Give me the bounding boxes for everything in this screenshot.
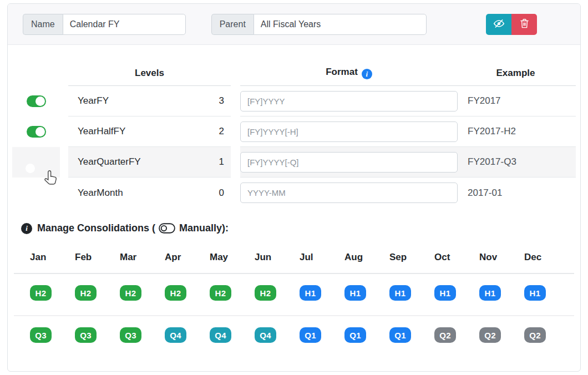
month-label: Feb: [75, 252, 120, 263]
month-label: Sep: [389, 252, 434, 263]
half-year-badge-row: H2 H2 H2 H2 H2 H2 H1 H1 H1 H1 H1 H1: [30, 285, 569, 301]
trash-icon: [520, 18, 529, 31]
half-badge[interactable]: H2: [255, 285, 276, 301]
half-badge[interactable]: H2: [75, 285, 97, 301]
format-info-icon[interactable]: i: [362, 69, 372, 79]
month-label: Nov: [479, 252, 524, 263]
example-value: FY2017-Q3: [458, 156, 516, 168]
name-input[interactable]: [63, 14, 186, 35]
month-label: Mar: [120, 252, 165, 263]
example-value: FY2017: [458, 95, 501, 107]
parent-label: Parent: [211, 14, 254, 35]
example-value: FY2017-H2: [458, 126, 516, 137]
manage-consolidations-heading: i Manage Consolidations ( Manually):: [21, 222, 580, 234]
toggle-off-icon: [159, 223, 175, 234]
half-badge[interactable]: H2: [120, 285, 141, 301]
month-label: Jan: [30, 252, 75, 263]
month-label: Jun: [255, 252, 300, 263]
level-row-yearfy: YearFY 3 FY2017: [12, 86, 576, 116]
quarter-badge[interactable]: Q2: [434, 327, 456, 343]
quarter-badge[interactable]: Q3: [120, 327, 141, 343]
half-badge[interactable]: H2: [165, 285, 186, 301]
divider: [14, 315, 574, 316]
editor-body: Levels Formati Example YearFY 3: [8, 45, 580, 343]
format-input-yearhalffy[interactable]: [240, 121, 458, 142]
quarter-badge[interactable]: Q1: [300, 327, 321, 343]
month-label: Aug: [344, 252, 389, 263]
level-toggle-yearhalffy[interactable]: [27, 126, 46, 138]
quarter-badge[interactable]: Q1: [389, 327, 411, 343]
level-row-yearhalffy: YearHalfFY 2 FY2017-H2: [12, 116, 576, 147]
format-input-yearfy[interactable]: [240, 91, 458, 112]
month-header-row: Jan Feb Mar Apr May Jun Jul Aug Sep Oct …: [30, 252, 569, 263]
parent-input[interactable]: [254, 14, 427, 35]
level-row-yearquarterfy: YearQuarterFY 1 FY2017-Q3: [12, 147, 576, 178]
month-label: Jul: [300, 252, 344, 263]
levels-table-header: Levels Formati Example: [12, 60, 576, 86]
half-badge[interactable]: H1: [300, 285, 321, 301]
quarter-badge[interactable]: Q4: [255, 327, 276, 343]
half-badge[interactable]: H1: [344, 285, 366, 301]
name-input-group: Name: [23, 14, 186, 35]
level-depth: 2: [219, 126, 224, 137]
level-name: YearFY: [78, 95, 219, 107]
level-depth: 3: [219, 95, 224, 107]
levels-column-header: Levels: [68, 60, 231, 86]
level-toggle-yearfy[interactable]: [27, 95, 46, 107]
half-badge[interactable]: H1: [524, 285, 546, 301]
quarter-badge[interactable]: Q1: [344, 327, 366, 343]
half-badge[interactable]: H1: [479, 285, 501, 301]
info-icon: i: [21, 223, 32, 234]
eye-slash-icon: [493, 18, 505, 31]
toggle-visibility-button[interactable]: [486, 14, 511, 35]
divider: [14, 273, 574, 274]
quarter-badge[interactable]: Q2: [524, 327, 546, 343]
level-name: YearMonth: [78, 188, 219, 199]
half-badge[interactable]: H1: [434, 285, 456, 301]
level-row-yearmonth: YearMonth 0 2017-01: [12, 178, 576, 208]
quarter-badge[interactable]: Q4: [210, 327, 231, 343]
level-name: YearQuarterFY: [78, 156, 219, 168]
quarter-badge[interactable]: Q3: [30, 327, 52, 343]
month-label: Apr: [165, 252, 210, 263]
half-badge[interactable]: H1: [389, 285, 411, 301]
level-name: YearHalfFY: [78, 126, 219, 137]
format-input-yearmonth[interactable]: [240, 183, 458, 203]
month-label: Oct: [434, 252, 479, 263]
half-badge[interactable]: H2: [210, 285, 231, 301]
level-depth: 1: [219, 156, 224, 168]
quarter-badge[interactable]: Q3: [75, 327, 97, 343]
levels-table: Levels Formati Example YearFY 3: [12, 60, 576, 208]
quarter-badge-row: Q3 Q3 Q3 Q4 Q4 Q4 Q1 Q1 Q1 Q2 Q2 Q2: [30, 327, 569, 343]
example-value: 2017-01: [458, 188, 502, 199]
calendar-editor-card: Name Parent: [7, 3, 581, 372]
example-column-header: Example: [458, 68, 574, 79]
month-label: May: [210, 252, 255, 263]
delete-button[interactable]: [511, 14, 537, 35]
level-depth: 0: [219, 188, 224, 199]
format-column-header: Formati: [240, 67, 458, 80]
name-label: Name: [23, 14, 63, 35]
editor-header: Name Parent: [8, 4, 580, 45]
parent-input-group: Parent: [211, 14, 427, 35]
quarter-badge[interactable]: Q4: [165, 327, 186, 343]
header-actions: [486, 14, 537, 35]
quarter-badge[interactable]: Q2: [479, 327, 501, 343]
format-input-yearquarterfy[interactable]: [240, 152, 458, 173]
half-badge[interactable]: H2: [30, 285, 52, 301]
month-label: Dec: [524, 252, 569, 263]
